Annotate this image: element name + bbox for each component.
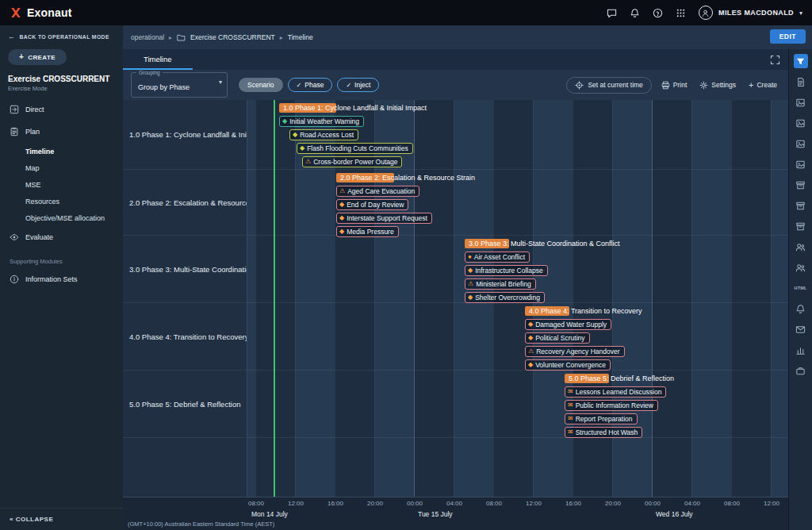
chart-icon[interactable] — [794, 343, 808, 357]
inject-chip[interactable]: ◆Shelter Overcrowding — [465, 292, 545, 303]
sidebar-item-resources[interactable]: Resources — [0, 193, 123, 209]
mail-icon[interactable] — [794, 322, 808, 336]
phase-bar-label: 2.0 Phase 2: Escalation & Resource Strai… — [340, 173, 475, 182]
inject-chip[interactable]: ⚠Cross-border Power Outage — [302, 156, 402, 167]
inject-chip[interactable]: ✉Report Preparation — [565, 413, 638, 424]
sidebar-item-plan[interactable]: Plan — [0, 121, 123, 143]
exercise-title: Exercise CROSSCURRENT — [8, 75, 115, 83]
sidebar-item-mse[interactable]: MSE — [0, 176, 123, 193]
inject-chip[interactable]: ⚠Recovery Agency Handover — [525, 346, 625, 357]
document-icon[interactable] — [794, 75, 808, 89]
sidebar-item-label: MSE — [25, 181, 41, 189]
print-button[interactable]: Print — [658, 78, 690, 93]
inject-chip[interactable]: ◆Road Access Lost — [289, 129, 358, 140]
grouping-select[interactable]: Grouping Group by Phase ▾ — [131, 72, 228, 98]
notifications-icon[interactable] — [630, 8, 640, 18]
users-icon[interactable] — [794, 240, 808, 254]
html-icon[interactable]: HTML — [794, 281, 808, 295]
phase-row-label[interactable]: 1.0 Phase 1: Cyclone Landfall & Initia..… — [123, 100, 247, 170]
diamond-icon: ◆ — [293, 132, 297, 138]
inject-chip[interactable]: ⚠Aged Care Evacuation — [336, 186, 419, 197]
help-icon[interactable] — [653, 8, 663, 18]
target-icon — [575, 81, 584, 90]
inject-chip[interactable]: ◆Volunteer Convergence — [525, 359, 611, 371]
sidebar-item-map[interactable]: Map — [0, 159, 123, 176]
media-card-icon[interactable] — [794, 95, 808, 109]
chevron-down-icon: ▾ — [219, 79, 222, 86]
inject-chip[interactable]: ✉Structured Hot Wash — [565, 427, 642, 438]
printer-icon — [661, 81, 670, 90]
create-label: Create — [756, 81, 777, 89]
media-card-icon-3[interactable] — [794, 136, 808, 151]
chevron-down-icon: ▾ — [799, 10, 802, 17]
axis-tick-label: 08:00 — [248, 500, 264, 507]
archive-box-icon[interactable] — [794, 178, 808, 192]
inject-chip[interactable]: ✉Lessons Learned Discussion — [565, 386, 666, 398]
envelope-icon: ✉ — [568, 389, 573, 395]
axis-tick-label: 12:00 — [764, 500, 779, 507]
breadcrumb-operational[interactable]: operational — [131, 33, 164, 41]
user-menu[interactable]: MILES MACDONALD ▾ — [699, 6, 802, 20]
sidebar-item-objective-mse-allocation[interactable]: Objective/MSE allocation — [0, 209, 123, 226]
phase-row-label[interactable]: 4.0 Phase 4: Transition to Recovery — [123, 303, 247, 371]
sidebar-item-evaluate[interactable]: Evaluate — [0, 226, 123, 248]
briefcase-icon[interactable] — [794, 363, 808, 378]
edit-button[interactable]: EDIT — [770, 29, 806, 44]
phase-row: 1.0 Phase 1: Cyclone Landfall & Initial … — [247, 100, 788, 170]
brand-name: Exonaut — [27, 6, 72, 19]
sidebar-item-label: Information Sets — [25, 275, 78, 283]
set-current-time-button[interactable]: Set at current time — [566, 77, 651, 94]
bell-icon[interactable] — [794, 301, 808, 316]
filter-icon[interactable] — [794, 54, 808, 68]
archive-box-icon-3[interactable] — [794, 219, 808, 233]
create-inject-button[interactable]: + Create — [745, 78, 780, 93]
filter-chip-inject[interactable]: ✓Inject — [337, 78, 379, 92]
brand[interactable]: Exonaut — [10, 6, 72, 19]
inject-chip[interactable]: ◆Political Scrutiny — [525, 332, 590, 344]
inject-chip[interactable]: ◆End of Day Review — [336, 199, 408, 210]
tab-label: Timeline — [144, 55, 172, 63]
filter-chip-scenario[interactable]: Scenario — [239, 78, 283, 92]
archive-box-icon-2[interactable] — [794, 198, 808, 213]
phase-row-label[interactable]: 5.0 Phase 5: Debrief & Reflection — [123, 371, 247, 438]
media-card-icon-2[interactable] — [794, 116, 808, 130]
warning-icon: ⚠ — [528, 348, 534, 355]
fullscreen-icon[interactable] — [770, 55, 780, 65]
settings-button[interactable]: Settings — [696, 78, 739, 93]
apps-icon[interactable] — [676, 8, 686, 18]
media-card-icon-4[interactable] — [794, 157, 808, 171]
timeline-chart[interactable]: 1.0 Phase 1: Cyclone Landfall & Initial … — [247, 100, 788, 497]
tab-timeline[interactable]: Timeline — [123, 49, 193, 70]
phase-row-label[interactable]: 2.0 Phase 2: Escalation & Resource S... — [123, 170, 247, 236]
sidebar-item-label: Timeline — [25, 148, 54, 156]
axis-day-label: Wed 16 July — [656, 510, 693, 518]
chat-icon[interactable] — [607, 8, 617, 18]
breadcrumb-timeline[interactable]: Timeline — [288, 33, 313, 41]
phase-row-label[interactable]: 3.0 Phase 3: Multi-State Coordination... — [123, 236, 247, 303]
create-button[interactable]: + CREATE — [8, 49, 67, 65]
filter-chip-phase[interactable]: ✓Phase — [288, 78, 333, 92]
sidebar-item-timeline[interactable]: Timeline — [0, 143, 123, 159]
sidebar-item-information-sets[interactable]: Information Sets — [0, 268, 123, 290]
inject-chip[interactable]: ⚠Ministerial Briefing — [465, 278, 536, 290]
breadcrumb-exercise[interactable]: Exercise CROSSCURRENT — [190, 33, 275, 41]
users-icon-2[interactable] — [794, 260, 808, 275]
inject-chip[interactable]: ◆Infrastructure Collapse — [465, 265, 548, 276]
inject-chip[interactable]: ◆Flash Flooding Cuts Communities — [297, 143, 413, 154]
inject-chip[interactable]: ◆Damaged Water Supply — [525, 319, 611, 330]
warning-icon: ⚠ — [339, 188, 345, 194]
collapse-button[interactable]: « COLLAPSE — [0, 508, 123, 530]
timeline-toolbar: Grouping Group by Phase ▾ Scenario✓Phase… — [123, 70, 788, 100]
breadcrumb: operational ▸ Exercise CROSSCURRENT ▸ Ti… — [123, 25, 812, 49]
sidebar-item-direct[interactable]: Direct — [0, 98, 123, 121]
inject-chip[interactable]: ◆Interstate Support Request — [336, 213, 432, 224]
sidebar-item-label: Plan — [25, 128, 40, 136]
inject-chip[interactable]: ●Air Asset Conflict — [465, 252, 530, 263]
diamond-icon: ◆ — [300, 145, 304, 152]
inject-chip[interactable]: ◆Initial Weather Warning — [279, 116, 364, 127]
inject-label: Report Preparation — [576, 415, 633, 423]
check-icon: ✓ — [297, 82, 302, 89]
inject-chip[interactable]: ✉Public Information Review — [565, 400, 658, 411]
back-to-operational-mode-button[interactable]: ← BACK TO OPERATIONAL MODE — [0, 25, 123, 44]
sidebar-item-label: Map — [25, 164, 40, 172]
